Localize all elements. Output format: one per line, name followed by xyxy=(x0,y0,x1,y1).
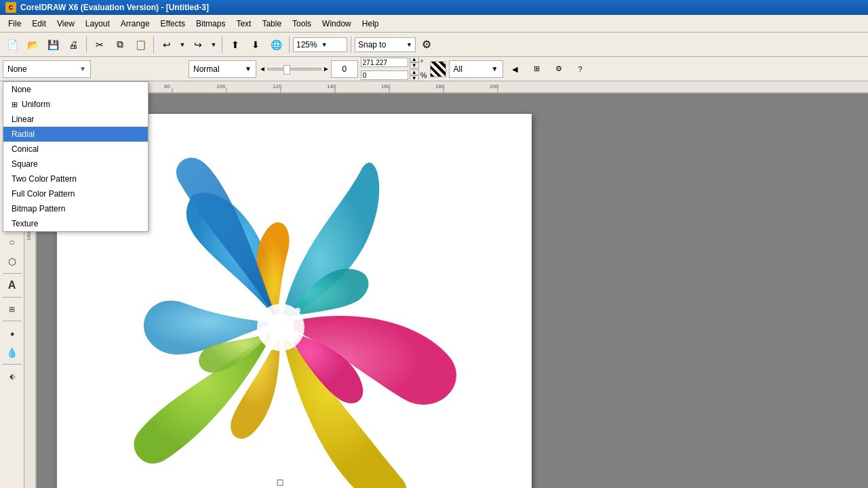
menu-bitmaps[interactable]: Bitmaps xyxy=(191,16,231,31)
svg-point-24 xyxy=(267,314,294,341)
fill-conical[interactable]: Conical xyxy=(3,142,148,157)
channel-arrow: ▼ xyxy=(492,65,498,73)
fill-bitmap[interactable]: Bitmap Pattern xyxy=(3,201,148,216)
ellipse-tool[interactable]: ○ xyxy=(3,232,22,251)
sep3 xyxy=(222,37,222,53)
menu-layout[interactable]: Layout xyxy=(80,16,115,31)
title-text: CorelDRAW X6 (Evaluation Version) - [Unt… xyxy=(20,3,209,12)
sep5 xyxy=(351,37,351,53)
menu-tools[interactable]: Tools xyxy=(287,16,317,31)
svg-point-25 xyxy=(260,334,267,341)
fill-uniform[interactable]: ⊞ Uniform xyxy=(3,97,148,112)
blend-mode-value: Normal xyxy=(193,64,220,74)
menu-table[interactable]: Table xyxy=(256,16,287,31)
copy-button[interactable]: ⧉ xyxy=(111,35,130,54)
fill-type-value: None xyxy=(7,64,27,74)
percent-symbol: % xyxy=(420,71,427,79)
fill-texture[interactable]: Texture xyxy=(3,216,148,231)
cut-button[interactable]: ✂ xyxy=(90,35,109,54)
open-button[interactable]: 📂 xyxy=(23,35,42,54)
drawing-canvas[interactable] xyxy=(37,94,868,488)
canvas-area: 40 60 80 100 120 140 160 180 200 xyxy=(24,81,868,488)
slider-left-arrow[interactable]: ◄ xyxy=(259,65,266,73)
settings-button[interactable]: ⚙ xyxy=(549,60,568,79)
menu-view[interactable]: View xyxy=(52,16,80,31)
eyedropper-tool[interactable]: 💧 xyxy=(3,343,22,362)
svg-text:80: 80 xyxy=(164,83,170,89)
help-icon-button[interactable]: ? xyxy=(571,60,590,79)
new-button[interactable]: 📄 xyxy=(3,35,22,54)
coord-x-up[interactable]: ▲ xyxy=(410,56,419,62)
zoom-selector[interactable]: 125% ▼ xyxy=(293,37,347,52)
svg-point-28 xyxy=(295,308,300,313)
save-button[interactable]: 💾 xyxy=(43,35,62,54)
svg-text:160: 160 xyxy=(26,231,32,241)
more-button[interactable]: ⊞ xyxy=(528,60,547,79)
fill-full-color-label: Full Color Pattern xyxy=(12,189,75,199)
fill-full-color[interactable]: Full Color Pattern xyxy=(3,186,148,201)
interactive-fill[interactable]: ⬖ xyxy=(3,367,22,386)
coord-y-input[interactable] xyxy=(361,70,408,80)
import-button[interactable]: ⬆ xyxy=(226,35,245,54)
fill-two-color[interactable]: Two Color Pattern xyxy=(3,171,148,186)
snap-dropdown[interactable]: Snap to ▼ xyxy=(355,37,416,52)
fill-none[interactable]: None xyxy=(3,82,148,97)
zoom-value: 125% xyxy=(296,40,317,49)
fill-tool[interactable]: ⬥ xyxy=(3,323,22,342)
channel-value: All xyxy=(454,64,462,74)
fill-radial-label: Radial xyxy=(12,129,35,139)
zoom-dropdown-arrow[interactable]: ▼ xyxy=(321,41,328,48)
svg-rect-29 xyxy=(277,480,283,485)
menu-window[interactable]: Window xyxy=(317,16,357,31)
fill-radial[interactable]: Radial xyxy=(3,127,148,142)
redo-button[interactable]: ↪ xyxy=(189,35,208,54)
paste-button[interactable]: 📋 xyxy=(131,35,150,54)
svg-point-27 xyxy=(290,333,298,342)
export-button[interactable]: ⬇ xyxy=(246,35,265,54)
fill-square-label: Square xyxy=(12,159,38,169)
menu-effects[interactable]: Effects xyxy=(155,16,191,31)
menu-arrange[interactable]: Arrange xyxy=(115,16,155,31)
fill-linear[interactable]: Linear xyxy=(3,112,148,127)
channel-swatch xyxy=(430,61,446,77)
horizontal-ruler: 40 60 80 100 120 140 160 180 200 xyxy=(37,81,868,94)
table-tool[interactable]: ⊞ xyxy=(3,300,22,319)
coord-y-up[interactable]: ▲ xyxy=(410,69,419,75)
coord-x-spin: ▲ ▼ xyxy=(410,56,419,68)
slider-right-arrow[interactable]: ► xyxy=(323,65,330,73)
blend-mode-arrow: ▼ xyxy=(245,65,252,73)
snap-arrow: ▼ xyxy=(406,41,412,48)
fill-square[interactable]: Square xyxy=(3,157,148,171)
redo-dropdown[interactable]: ▼ xyxy=(209,35,218,54)
menu-help[interactable]: Help xyxy=(357,16,384,31)
uniform-icon: ⊞ xyxy=(12,100,18,109)
menu-file[interactable]: File xyxy=(3,16,26,31)
opacity-value-input[interactable] xyxy=(331,60,358,78)
text-tool[interactable]: A xyxy=(3,276,22,295)
undo-button[interactable]: ↩ xyxy=(157,35,176,54)
prev-button[interactable]: ◄ xyxy=(506,60,525,79)
undo-dropdown[interactable]: ▼ xyxy=(178,35,187,54)
channel-dropdown[interactable]: All ▼ xyxy=(449,60,503,78)
sep1 xyxy=(86,37,87,53)
options-button[interactable]: ⚙ xyxy=(417,35,436,54)
polygon-tool[interactable]: ⬡ xyxy=(3,252,22,271)
menu-edit[interactable]: Edit xyxy=(26,16,52,31)
fill-type-menu: None ⊞ Uniform Linear Radial Conical Squ… xyxy=(3,81,149,232)
tool-sep5 xyxy=(3,297,22,298)
blend-mode-dropdown[interactable]: Normal ▼ xyxy=(189,60,256,78)
opacity-slider-track[interactable] xyxy=(267,68,321,70)
print-button[interactable]: 🖨 xyxy=(64,35,83,54)
fill-conical-label: Conical xyxy=(12,144,39,154)
fill-texture-label: Texture xyxy=(12,219,38,228)
opacity-slider-thumb[interactable] xyxy=(283,65,290,75)
fill-dropdown-arrow: ▼ xyxy=(79,65,86,73)
coord-x-down[interactable]: ▼ xyxy=(410,62,419,68)
coord-x-input[interactable] xyxy=(361,58,408,67)
fill-type-dropdown[interactable]: None ▼ xyxy=(3,60,91,78)
property-bar: None ▼ None ⊞ Uniform Linear Radial Coni… xyxy=(0,57,868,81)
publish-button[interactable]: 🌐 xyxy=(267,35,285,54)
menu-text[interactable]: Text xyxy=(231,16,256,31)
svg-point-26 xyxy=(268,345,273,350)
coord-y-down[interactable]: ▼ xyxy=(410,75,419,81)
